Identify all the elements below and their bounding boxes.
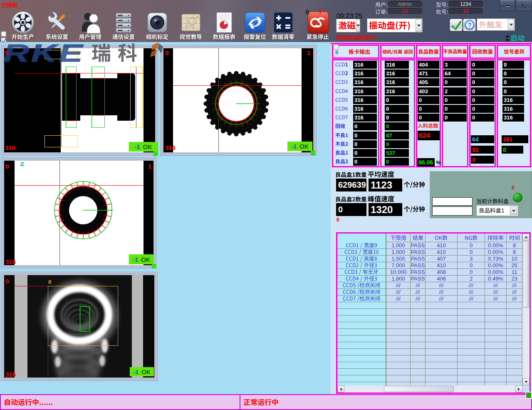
current-count-box-arrow[interactable] xyxy=(510,206,517,215)
toolbar-button-start[interactable] xyxy=(7,11,39,42)
field-value-1[interactable]: 13 xyxy=(388,8,422,14)
table-empty-cell xyxy=(411,362,426,368)
table-cell: 408 xyxy=(426,269,458,275)
recycle-count-value: 0 xyxy=(471,70,494,77)
table-empty-cell xyxy=(426,375,458,382)
table-cell: 10 xyxy=(507,256,522,262)
view2-frame-count: 316 xyxy=(165,144,176,151)
camera-view-4[interactable]: 0 0 316 -1OK xyxy=(1,272,158,381)
table-cell: /// xyxy=(411,296,426,302)
toolbar-button-system[interactable] xyxy=(41,11,73,42)
table-header-5[interactable] xyxy=(507,234,522,242)
spinner-down-icon[interactable] xyxy=(505,39,510,42)
table-cell: 23 xyxy=(507,276,522,282)
box2-count-label xyxy=(335,196,366,202)
table-row[interactable]: 1.800PASS40620.49%23 xyxy=(337,276,522,282)
confirm-button[interactable] xyxy=(450,19,463,31)
camera-view-3[interactable]: 0 1 316 -1OK xyxy=(1,157,156,268)
table-row[interactable]: 1.000PASS41000.00%8 xyxy=(337,242,522,249)
table-row[interactable]: ////////////////// xyxy=(337,296,522,302)
field-value-3[interactable]: 13 xyxy=(448,8,483,14)
table-row[interactable]: ////////////////// xyxy=(337,282,522,289)
camera-image-4 xyxy=(4,275,154,378)
h-scroll-left-button[interactable] xyxy=(337,385,344,393)
v-scroll-down-button[interactable] xyxy=(522,378,530,385)
toolbar-button-users[interactable] xyxy=(74,11,106,42)
toolbar-button-label xyxy=(175,34,207,40)
h-scroll-right-button[interactable] xyxy=(515,385,522,393)
bad-count-value: 0 xyxy=(443,78,467,86)
current-count-box-combo[interactable] xyxy=(476,205,518,216)
table-header-0[interactable] xyxy=(386,234,411,242)
field-value-2[interactable]: 1234 xyxy=(448,1,483,7)
toolbar-button-calib[interactable] xyxy=(141,11,173,42)
stats-body-recycle-count: 64 92 0 0000000 xyxy=(469,59,496,167)
stats-row-label xyxy=(335,89,348,94)
minimize-button[interactable] xyxy=(500,0,515,11)
toolbar-button-report[interactable] xyxy=(208,11,240,42)
toolbar-button-clear[interactable] xyxy=(267,11,299,42)
v-scroll-up-button[interactable] xyxy=(522,234,530,241)
toolbar-button-teach[interactable] xyxy=(175,11,207,42)
table-empty-cell xyxy=(485,329,507,335)
table-header-1[interactable] xyxy=(411,234,426,242)
table-cell: /// xyxy=(386,282,411,288)
table-empty-cell xyxy=(507,302,522,308)
table-empty-cell xyxy=(507,342,522,348)
toolbar-button-label xyxy=(239,34,271,40)
table-header-4[interactable] xyxy=(485,234,507,242)
table-row-name xyxy=(337,242,386,248)
toolbar-checkbox-unchecked[interactable] xyxy=(1,31,6,37)
table-empty-cell xyxy=(411,309,426,315)
table-cell: 0 xyxy=(458,249,485,255)
table-empty-name-cell xyxy=(337,342,386,348)
table-row[interactable]: 7.000PASS41000.00%25 xyxy=(337,262,522,269)
table-header-3[interactable] xyxy=(458,234,485,242)
table-cell: PASS xyxy=(411,276,426,282)
trigger-combo-arrow[interactable] xyxy=(508,19,514,30)
stats-header-text-good-count xyxy=(418,49,439,55)
stats-body-bad-count: 36402000 xyxy=(442,59,468,167)
excite-combo[interactable] xyxy=(336,19,360,32)
board-out-value: 316 xyxy=(353,87,377,95)
table-empty-cell xyxy=(426,349,458,355)
toolbar-button-alarm[interactable] xyxy=(239,11,271,42)
cam-return-value: 316 xyxy=(385,61,409,69)
peak-speed-unit xyxy=(404,206,425,212)
table-empty-cell xyxy=(426,355,458,362)
table-header-2[interactable] xyxy=(426,234,458,242)
film-reel-icon xyxy=(11,11,35,34)
toolbar-checkbox-checked[interactable] xyxy=(1,37,6,43)
toolbar-button-estop[interactable] xyxy=(302,11,334,42)
table-empty-cell xyxy=(458,355,485,362)
stats-row-label xyxy=(335,62,348,67)
table-cell: /// xyxy=(507,282,522,288)
view2-result-badge: -1OK xyxy=(287,142,312,151)
table-row[interactable]: 10.000PASS40800.00%11 xyxy=(337,269,522,276)
spinner-up-icon[interactable] xyxy=(505,35,510,37)
close-button[interactable] xyxy=(516,0,532,11)
camera-view-2[interactable]: 0 1 316 -1OK xyxy=(160,45,317,156)
table-row[interactable]: ////////////////// xyxy=(337,289,522,296)
table-row[interactable]: 1.500PASS40730.73%10 xyxy=(337,256,522,262)
table-empty-cell xyxy=(411,302,426,308)
table-empty-cell xyxy=(485,342,507,348)
stats-row-label xyxy=(335,71,348,76)
count-input-2[interactable] xyxy=(432,206,473,216)
help-button[interactable] xyxy=(463,19,476,31)
trigger-combo[interactable] xyxy=(477,18,515,31)
table-row-name xyxy=(337,282,386,288)
stats-row-label xyxy=(335,124,345,129)
h-scroll-thumb[interactable] xyxy=(384,386,454,392)
camera-view-1[interactable]: 0 316 -1OK xyxy=(1,45,158,156)
v-scroll-thumb[interactable] xyxy=(523,241,529,308)
table-row[interactable]: 1.000PASS41000.00%8 xyxy=(337,249,522,256)
excite-combo-arrow[interactable] xyxy=(356,20,360,32)
count-input-1[interactable] xyxy=(432,197,473,206)
toolbar-button-comm[interactable] xyxy=(108,11,139,42)
field-value-0[interactable]: Admin xyxy=(388,1,422,7)
recycle-count-value: 0 xyxy=(471,61,494,69)
vibrator-combo-arrow[interactable] xyxy=(416,19,422,32)
vibrator-combo[interactable] xyxy=(367,18,423,32)
stats-body-good-count: 624 86.06 % 404471405403000 xyxy=(416,59,441,167)
